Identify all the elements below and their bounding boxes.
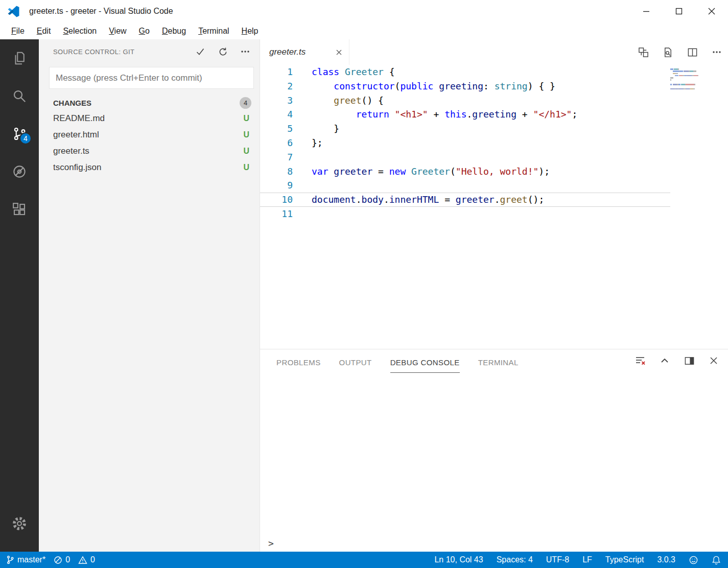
commit-button[interactable]: [193, 44, 207, 59]
code-line-11[interactable]: 11: [260, 207, 670, 221]
token: this: [444, 109, 466, 120]
warning-indicator[interactable]: 0: [78, 555, 95, 564]
tab-greeter-ts[interactable]: greeter.ts: [260, 39, 349, 65]
code-line-7[interactable]: 7: [260, 150, 670, 164]
activity-explorer[interactable]: [0, 39, 39, 77]
toggle-panel-position-button[interactable]: [683, 354, 695, 367]
activity-source-control[interactable]: 4: [0, 115, 39, 153]
file-row-readme-md[interactable]: README.mdU: [39, 110, 260, 127]
refresh-button[interactable]: [216, 44, 230, 59]
file-row-tsconfig-json[interactable]: tsconfig.jsonU: [39, 159, 260, 176]
panel-tab-terminal[interactable]: TERMINAL: [478, 358, 519, 373]
minimap-seg: [686, 88, 690, 90]
extensions-icon: [12, 202, 27, 217]
activity-bar: 4: [0, 39, 39, 552]
token: [312, 109, 356, 120]
activity-settings[interactable]: [0, 505, 39, 542]
changes-file-list: README.mdUgreeter.htmlUgreeter.tsUtsconf…: [39, 110, 260, 176]
more-actions-button[interactable]: [238, 44, 252, 59]
token: +: [428, 109, 445, 120]
encoding[interactable]: UTF-8: [546, 555, 569, 564]
file-row-greeter-ts[interactable]: greeter.tsU: [39, 143, 260, 159]
minimap-line: [670, 82, 726, 83]
minimap[interactable]: [670, 68, 726, 92]
menu-item-help[interactable]: Help: [236, 27, 265, 36]
close-panel-button[interactable]: [708, 354, 720, 367]
mnemonic: F: [11, 27, 16, 35]
token: };: [312, 137, 323, 148]
sidebar-header: SOURCE CONTROL: GIT: [39, 39, 260, 64]
eol[interactable]: LF: [582, 555, 592, 564]
token: [433, 81, 439, 91]
panel-tab-problems[interactable]: PROBLEMS: [276, 358, 321, 373]
git-branch-indicator[interactable]: master*: [6, 555, 45, 564]
token: .: [495, 194, 500, 205]
source-control-badge: 4: [19, 132, 32, 145]
code-line-8[interactable]: 8var greeter = new Greeter("Hello, world…: [260, 164, 670, 179]
cursor-position[interactable]: Ln 10, Col 43: [434, 555, 483, 564]
vscode-logo-icon: [7, 5, 20, 18]
token: greet: [334, 95, 361, 106]
token: body: [362, 194, 384, 205]
activity-debug[interactable]: [0, 153, 39, 191]
code-line-2[interactable]: 2 constructor(public greeting: string) {…: [260, 79, 670, 93]
token: greeter: [456, 194, 495, 205]
token: ) { }: [528, 81, 555, 91]
feedback-button[interactable]: [689, 555, 698, 565]
token: [312, 81, 334, 91]
panel-tab-debug-console[interactable]: DEBUG CONSOLE: [390, 358, 460, 373]
menu-item-debug[interactable]: Debug: [156, 27, 192, 36]
minimap-line: [670, 88, 726, 90]
commit-message-input[interactable]: [49, 67, 254, 89]
line-number: 11: [260, 207, 293, 221]
code-line-6[interactable]: 6};: [260, 136, 670, 150]
token: [389, 109, 395, 120]
code-line-4[interactable]: 4 return "<h1>" + this.greeting + "</h1>…: [260, 107, 670, 122]
token: innerHTML: [389, 194, 439, 205]
code-line-10[interactable]: 10document.body.innerHTML = greeter.gree…: [260, 193, 670, 207]
tab-close-button[interactable]: [336, 50, 342, 55]
error-indicator[interactable]: 0: [54, 555, 70, 564]
maximize-panel-button[interactable]: [659, 354, 671, 367]
panel-tab-output[interactable]: OUTPUT: [339, 358, 372, 373]
ts-version[interactable]: 3.0.3: [657, 555, 675, 564]
minimap-line: [670, 90, 726, 92]
menu-item-go[interactable]: Go: [133, 27, 156, 36]
token: (: [450, 166, 456, 177]
file-row-greeter-html[interactable]: greeter.htmlU: [39, 127, 260, 143]
code-line-1[interactable]: 1class Greeter {: [260, 65, 670, 79]
line-number: 1: [260, 65, 293, 79]
code-line-3[interactable]: 3 greet() {: [260, 93, 670, 108]
minimap-line: [670, 77, 726, 79]
changes-section-header[interactable]: CHANGES 4: [39, 95, 260, 110]
debug-console-input[interactable]: >: [260, 534, 728, 552]
maximize-button[interactable]: [663, 0, 695, 22]
branch-name: master*: [17, 555, 45, 564]
menu-item-view[interactable]: View: [103, 27, 132, 36]
code-line-5[interactable]: 5 }: [260, 122, 670, 136]
indentation[interactable]: Spaces: 4: [497, 555, 533, 564]
line-content: var greeter = new Greeter("Hello, world!…: [312, 164, 550, 179]
code-editor[interactable]: 1class Greeter {2 constructor(public gre…: [260, 65, 728, 349]
minimap-seg: [681, 84, 685, 85]
split-editor-button[interactable]: [686, 46, 698, 58]
menu-item-selection[interactable]: Selection: [57, 27, 103, 36]
activity-extensions[interactable]: [0, 191, 39, 228]
debug-icon: [12, 164, 27, 179]
activity-search[interactable]: [0, 77, 39, 115]
code-line-9[interactable]: 9: [260, 178, 670, 193]
token: [339, 66, 345, 77]
git-status-badge: U: [243, 114, 249, 123]
language-mode[interactable]: TypeScript: [605, 555, 644, 564]
notifications-button[interactable]: [712, 555, 721, 565]
menu-item-edit[interactable]: Edit: [31, 27, 57, 36]
more-editor-actions-button[interactable]: [711, 46, 723, 58]
close-button[interactable]: [695, 0, 728, 22]
minimize-button[interactable]: [630, 0, 663, 22]
minimap-seg: [670, 75, 675, 77]
open-changes-button[interactable]: [637, 46, 649, 58]
menu-item-file[interactable]: File: [5, 27, 31, 36]
search-in-file-button[interactable]: [662, 46, 674, 58]
clear-console-button[interactable]: [634, 354, 646, 367]
menu-item-terminal[interactable]: Terminal: [192, 27, 235, 36]
